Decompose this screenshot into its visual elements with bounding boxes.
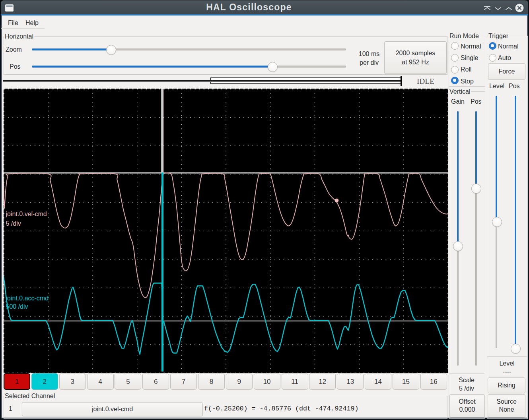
svg-text:joint.0.acc-cmd: joint.0.acc-cmd: [5, 294, 49, 301]
svg-text:joint.0.vel-cmd: joint.0.vel-cmd: [5, 210, 47, 217]
svg-text:5 /div: 5 /div: [6, 220, 21, 226]
svg-text:500 /div: 500 /div: [6, 303, 28, 310]
